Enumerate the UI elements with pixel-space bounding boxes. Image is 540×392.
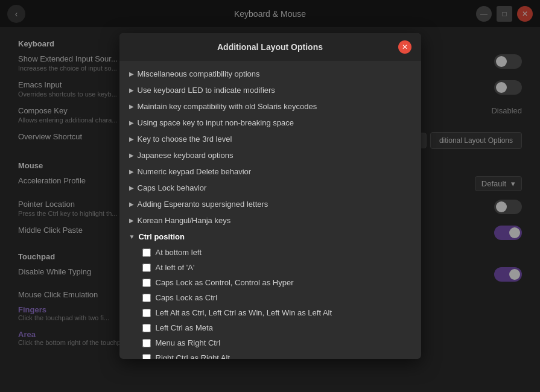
arrow-icon: ▶ — [129, 185, 134, 191]
check-bottom-left-input[interactable] — [142, 248, 151, 257]
menu-item-solaris[interactable]: ▶ Maintain key compatibility with old So… — [127, 98, 414, 115]
check-right-alt-input[interactable] — [142, 354, 151, 359]
menu-item-misc[interactable]: ▶ Miscellaneous compatibility options — [127, 66, 414, 82]
check-left-alt[interactable]: Left Alt as Ctrl, Left Ctrl as Win, Left… — [140, 305, 414, 320]
arrow-icon: ▶ — [129, 136, 134, 142]
menu-item-capslock[interactable]: ▶ Caps Lock behavior — [127, 180, 414, 196]
arrow-icon: ▶ — [129, 103, 134, 110]
check-left-a-input[interactable] — [142, 264, 151, 272]
menu-item-numpad[interactable]: ▶ Numeric keypad Delete behavior — [127, 163, 414, 180]
arrow-icon: ▶ — [129, 217, 134, 224]
check-left-meta[interactable]: Left Ctrl as Meta — [140, 320, 414, 335]
check-menu-right[interactable]: Menu as Right Ctrl — [140, 335, 414, 350]
check-menu-right-input[interactable] — [142, 339, 151, 347]
menu-item-esperanto[interactable]: ▶ Adding Esperanto supersigned letters — [127, 196, 414, 212]
arrow-icon: ▶ — [129, 201, 134, 207]
check-caps-ctrl[interactable]: Caps Lock as Ctrl — [140, 290, 414, 305]
arrow-icon: ▶ — [129, 87, 134, 93]
arrow-down-icon: ▼ — [129, 233, 135, 240]
additional-layout-dialog: Additional Layout Options ✕ ▶ Miscellane… — [119, 33, 421, 359]
dialog-overlay: Additional Layout Options ✕ ▶ Miscellane… — [0, 0, 540, 392]
check-bottom-left[interactable]: At bottom left — [140, 245, 414, 260]
arrow-icon: ▶ — [129, 71, 134, 77]
dialog-close-button[interactable]: ✕ — [398, 40, 411, 54]
check-left-meta-input[interactable] — [142, 324, 151, 332]
ctrl-submenu: At bottom left At left of 'A' Caps Lock … — [127, 245, 414, 359]
dialog-header: Additional Layout Options ✕ — [119, 33, 421, 61]
check-right-alt[interactable]: Right Ctrl as Right Alt — [140, 350, 414, 359]
menu-item-ctrl-expanded[interactable]: ▼ Ctrl position — [127, 229, 414, 245]
dialog-body[interactable]: ▶ Miscellaneous compatibility options ▶ … — [119, 61, 421, 359]
arrow-icon: ▶ — [129, 168, 134, 175]
menu-item-korean[interactable]: ▶ Korean Hangul/Hanja keys — [127, 212, 414, 229]
check-caps-hyper-input[interactable] — [142, 279, 151, 287]
menu-item-space[interactable]: ▶ Using space key to input non-breaking … — [127, 115, 414, 131]
menu-item-led[interactable]: ▶ Use keyboard LED to indicate modifiers — [127, 82, 414, 98]
dialog-title: Additional Layout Options — [142, 42, 398, 52]
main-window: ‹ Keyboard & Mouse — □ ✕ Keyboard Show E… — [0, 0, 540, 392]
check-left-a[interactable]: At left of 'A' — [140, 260, 414, 275]
arrow-icon: ▶ — [129, 119, 134, 126]
check-left-alt-input[interactable] — [142, 309, 151, 317]
check-caps-hyper[interactable]: Caps Lock as Control, Control as Hyper — [140, 275, 414, 290]
menu-item-japanese[interactable]: ▶ Japanese keyboard options — [127, 147, 414, 163]
arrow-icon: ▶ — [129, 152, 134, 159]
menu-item-third[interactable]: ▶ Key to choose the 3rd level — [127, 131, 414, 147]
check-caps-ctrl-input[interactable] — [142, 294, 151, 302]
